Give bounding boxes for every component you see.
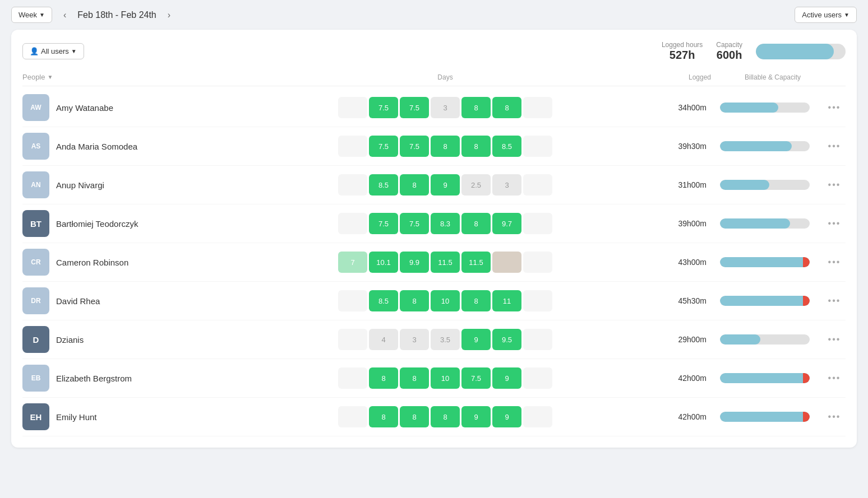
actions-menu-button[interactable]: ••• [823,180,846,190]
person-name: Anda Maria Somodea [56,142,137,151]
table-row: AWAmy Watanabe7.57.538834h00m••• [22,89,846,127]
table-row: DDzianis433.599.529h00m••• [22,320,846,359]
person-cell: AWAmy Watanabe [22,94,236,121]
day-block: 8.5 [492,136,521,157]
day-block: 9 [461,406,491,427]
day-block: 3.5 [431,329,460,350]
billable-cell [711,141,823,151]
avatar: AS [22,133,49,160]
table-row: BTBartłomiej Teodorczyk7.57.58.389.739h0… [22,204,846,243]
all-users-label: All users [41,47,69,55]
day-block [338,136,367,157]
active-users-arrow: ▼ [844,12,849,18]
row-bar-container [720,412,810,422]
table-header: People ▼ Days Logged Billable & Capacity [22,73,846,86]
actions-menu-button[interactable]: ••• [823,218,846,229]
table-row: ANAnup Nivargi8.5892.5331h00m••• [22,166,846,204]
day-block: 9 [492,406,521,427]
all-users-dropdown[interactable]: 👤 All users ▼ [22,43,84,59]
billable-column-header: Billable & Capacity [711,73,823,81]
row-bar-container [720,257,810,267]
day-block: 7.5 [369,213,398,234]
next-week-button[interactable]: › [163,8,175,22]
top-bar-right: Active users ▼ [795,7,857,23]
day-block: 8 [461,97,491,118]
billable-cell [711,373,823,383]
day-block [523,213,552,234]
day-block [523,97,552,118]
day-block: 8 [461,213,491,234]
logged-column-header: Logged [655,73,711,81]
actions-menu-button[interactable]: ••• [823,103,846,113]
logged-cell: 42h00m [655,374,711,383]
main-card: 👤 All users ▼ Logged hours 527h Capacity… [11,30,857,448]
person-name: Cameron Robinson [56,258,128,267]
person-name: Amy Watanabe [56,103,113,113]
person-cell: ASAnda Maria Somodea [22,133,236,160]
table-row: CRCameron Robinson710.19.911.511.543h00m… [22,243,846,282]
logged-cell: 31h00m [655,180,711,189]
day-block [523,252,552,273]
day-block [523,174,552,196]
people-sort-icon: ▼ [47,74,53,80]
capacity-value: 600h [716,49,742,62]
day-block [338,213,367,234]
day-block [523,329,552,350]
person-cell: DRDavid Rhea [22,287,236,314]
day-block [523,406,552,427]
day-block: 3 [492,174,521,196]
row-bar-fill [720,296,810,306]
row-bar-fill [720,412,810,422]
day-block: 11.5 [431,252,460,273]
user-icon: 👤 [30,47,39,55]
avatar: D [22,326,49,353]
actions-menu-button[interactable]: ••• [823,412,846,422]
logged-hours-label: Logged hours [662,41,703,49]
day-block: 3 [400,329,429,350]
billable-cell [711,180,823,190]
person-name: Anup Nivargi [56,180,104,190]
actions-menu-button[interactable]: ••• [823,141,846,151]
day-block: 8 [431,136,460,157]
date-range: Feb 18th - Feb 24th [77,10,156,20]
days-label: Days [437,73,453,81]
row-bar-fill [720,257,810,267]
days-cell: 433.599.5 [236,329,655,350]
days-cell: 88899 [236,406,655,427]
day-block: 3 [431,97,460,118]
actions-menu-button[interactable]: ••• [823,373,846,383]
table-row: ASAnda Maria Somodea7.57.5888.539h30m••• [22,127,846,166]
person-cell: DDzianis [22,326,236,353]
day-block: 8 [369,406,398,427]
day-block: 8 [400,406,429,427]
people-column-header[interactable]: People ▼ [22,73,236,81]
day-block: 7.5 [400,213,429,234]
person-cell: EHEmily Hunt [22,403,236,430]
days-cell: 7.57.5888.5 [236,136,655,157]
billable-cell [711,218,823,229]
person-name: Dzianis [56,335,84,345]
week-dropdown[interactable]: Week ▼ [11,7,52,23]
actions-menu-button[interactable]: ••• [823,257,846,267]
row-bar-overflow [803,257,810,267]
avatar: AW [22,94,49,121]
week-label: Week [19,11,37,19]
logged-hours-summary: Logged hours 527h [662,41,703,62]
row-bar-container [720,103,810,113]
actions-menu-button[interactable]: ••• [823,296,846,306]
day-block: 8 [461,290,491,311]
day-block: 9.5 [492,329,521,350]
day-block: 7 [338,252,367,273]
prev-week-button[interactable]: ‹ [59,8,71,22]
capacity-label: Capacity [716,41,742,49]
billable-cell [711,334,823,345]
day-block: 11 [492,290,521,311]
table-row: EHEmily Hunt8889942h00m••• [22,398,846,436]
row-bar-fill [720,103,778,113]
row-bar-container [720,141,810,151]
day-block: 7.5 [461,367,491,389]
avatar: CR [22,249,49,276]
logged-cell: 42h00m [655,412,711,421]
active-users-dropdown[interactable]: Active users ▼ [795,7,857,23]
actions-menu-button[interactable]: ••• [823,334,846,345]
